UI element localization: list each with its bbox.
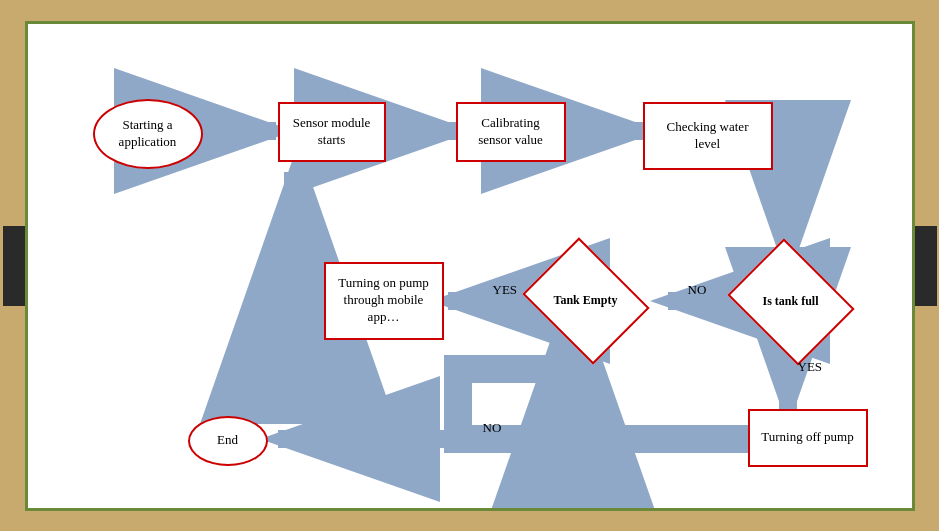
is-tank-full-node: Is tank full xyxy=(726,257,856,347)
side-bar-right xyxy=(915,226,937,306)
turn-on-pump-node: Turning on pump through mobile app… xyxy=(324,262,444,340)
no-label-end: NO xyxy=(483,420,502,436)
yes-label-tank-empty: YES xyxy=(493,282,518,298)
no-label-is-tank-full: NO xyxy=(688,282,707,298)
side-bar-left xyxy=(3,226,25,306)
sensor-node: Sensor module starts xyxy=(278,102,386,162)
turn-off-pump-node: Turning off pump xyxy=(748,409,868,467)
start-node: Starting a application xyxy=(93,99,203,169)
end-node: End xyxy=(188,416,268,466)
calibrate-node: Calibrating sensor value xyxy=(456,102,566,162)
yes-label-is-tank-full-down: YES xyxy=(798,359,823,375)
tank-empty-node: Tank Empty xyxy=(526,257,646,345)
check-water-node: Checking water level xyxy=(643,102,773,170)
page-background: Starting a application Sensor module sta… xyxy=(25,21,915,511)
